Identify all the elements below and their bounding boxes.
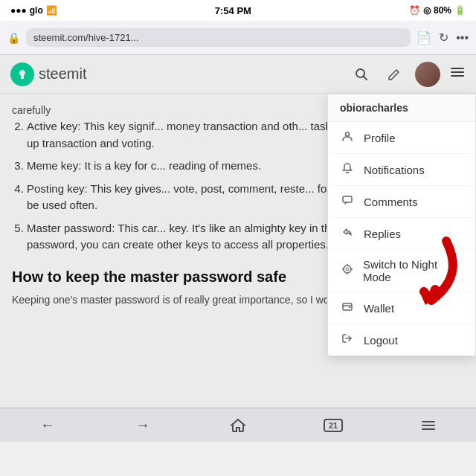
- wallet-icon: [340, 300, 355, 315]
- logout-icon: [340, 332, 355, 347]
- battery-label: 80%: [434, 5, 451, 16]
- status-right: ⏰ ◎ 80% 🔋: [409, 5, 466, 16]
- arrow-annotation: [379, 234, 454, 315]
- carrier-label: glo: [30, 5, 43, 16]
- dropdown-item-logout[interactable]: Logout: [328, 324, 475, 356]
- wifi-icon: 📶: [46, 5, 57, 16]
- dropdown-item-comments[interactable]: Comments: [328, 186, 475, 218]
- notifications-label: Notifications: [364, 164, 425, 176]
- location-icon: ◎: [423, 5, 431, 16]
- alarm-icon: ⏰: [409, 5, 420, 16]
- svg-rect-15: [349, 307, 351, 309]
- svg-rect-7: [343, 196, 352, 202]
- night-mode-icon: [340, 263, 354, 278]
- profile-label: Profile: [364, 132, 396, 144]
- browser-actions: 📄 ↻ •••: [416, 30, 469, 45]
- status-bar: ●●● glo 📶 7:54 PM ⏰ ◎ 80% 🔋: [0, 0, 476, 21]
- time-display: 7:54 PM: [215, 5, 251, 16]
- dropdown-item-notifications[interactable]: Notifications: [328, 154, 475, 186]
- comments-label: Comments: [364, 196, 418, 208]
- browser-bar: 🔒 steemit.com/hive-1721... 📄 ↻ •••: [0, 21, 476, 55]
- logout-label: Logout: [364, 334, 398, 347]
- main-content: steemit: [0, 55, 476, 442]
- signal-icon: ●●●: [10, 5, 27, 16]
- svg-point-8: [344, 266, 351, 273]
- replies-icon: [340, 226, 355, 241]
- url-bar[interactable]: steemit.com/hive-1721...: [26, 28, 411, 47]
- dropdown-username: obioracharles: [328, 94, 475, 122]
- battery-icon: 🔋: [454, 5, 466, 16]
- url-text: steemit.com/hive-1721...: [33, 32, 139, 43]
- lock-icon: 🔒: [7, 32, 20, 44]
- refresh-icon[interactable]: ↻: [439, 30, 448, 45]
- notifications-icon: [340, 162, 355, 177]
- svg-point-9: [346, 268, 349, 271]
- dropdown-overlay: obioracharles Profile Notific: [0, 55, 476, 442]
- more-icon[interactable]: •••: [456, 31, 469, 45]
- svg-point-6: [346, 132, 350, 136]
- dropdown-item-profile[interactable]: Profile: [328, 122, 475, 154]
- svg-rect-14: [343, 303, 352, 310]
- comments-icon: [340, 194, 355, 209]
- status-left: ●●● glo 📶: [10, 5, 57, 16]
- profile-icon: [340, 130, 355, 145]
- page-icon[interactable]: 📄: [416, 30, 431, 45]
